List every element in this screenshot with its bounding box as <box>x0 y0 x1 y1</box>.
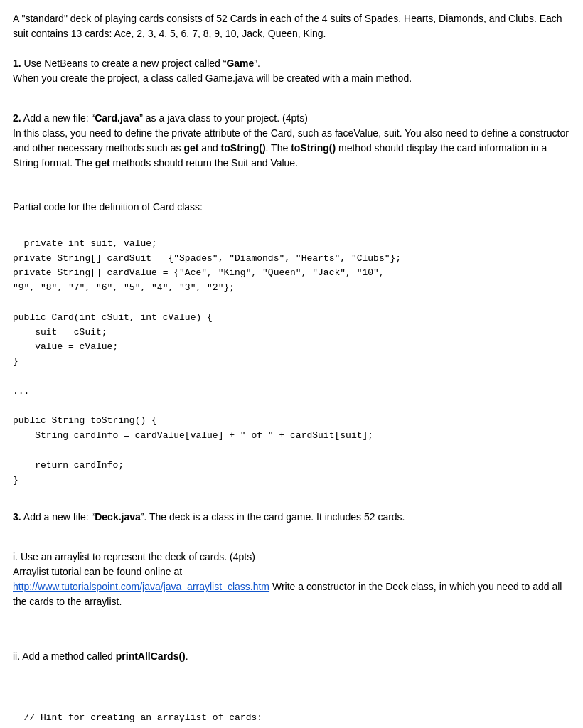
section-1-line1: Use NetBeans to create a new project cal… <box>21 58 227 69</box>
subsection-ii-label: ii. Add a method called printAllCards(). <box>13 649 570 664</box>
code-block-2: // Hint for creating an arraylist of car… <box>13 696 570 726</box>
subsection-i-label: i. Use an arraylist to represent the dec… <box>13 550 570 564</box>
section-1: 1. Use NetBeans to create a new project … <box>13 56 570 86</box>
section-3-bold: Deck.java <box>95 511 141 523</box>
section-2-bold2: get <box>183 142 198 154</box>
subsection-i-link-line: http://www.tutorialspoint.com/java/java_… <box>13 579 570 609</box>
section-3: 3. Add a new file: “Deck.java”. The deck… <box>13 510 570 525</box>
intro-text: A "standard" deck of playing cards consi… <box>13 11 570 41</box>
section-1-line2: When you create the project, a class cal… <box>13 71 570 86</box>
section-2-bold1: Card.java <box>95 112 139 124</box>
intro-paragraph: A "standard" deck of playing cards consi… <box>13 11 570 41</box>
subsection-ii: ii. Add a method called printAllCards(). <box>13 649 570 664</box>
section-2-bold5: get <box>95 157 110 168</box>
section-3-text: Add a new file: “ <box>21 511 95 523</box>
code-block-1: private int suit, value; private String[… <box>13 222 570 488</box>
section-1-title: 1. Use NetBeans to create a new project … <box>13 56 570 71</box>
subsection-i-line2-text: Arraylist tutorial can be found online a… <box>13 566 182 577</box>
section-2: 2. Add a new file: “Card.java” as a java… <box>13 111 570 171</box>
section-2-body: In this class, you need to define the pr… <box>13 126 570 171</box>
section-3-title: 3. Add a new file: “Deck.java”. The deck… <box>13 510 570 525</box>
section-2-bold3: toString() <box>221 142 266 154</box>
section-1-bold1: Game <box>226 58 254 69</box>
subsection-i-line2: Arraylist tutorial can be found online a… <box>13 564 570 579</box>
arraylist-link[interactable]: http://www.tutorialspoint.com/java/java_… <box>13 581 269 592</box>
subsection-ii-pre: ii. Add a method called <box>13 651 116 662</box>
section-3-text2: ”. The deck is a class in the card game.… <box>141 511 405 523</box>
code-text-2: // Hint for creating an arraylist of car… <box>24 712 262 723</box>
subsection-i: i. Use an arraylist to represent the dec… <box>13 550 570 609</box>
subsection-ii-bold: printAllCards() <box>116 651 186 662</box>
section-2-bold4: toString() <box>291 142 336 154</box>
section-3-number: 3. <box>13 511 21 523</box>
section-2-line1b: ” as a java class to your project. (4pts… <box>139 112 308 124</box>
section-2-line2b: and <box>198 142 220 154</box>
section-2-title: 2. Add a new file: “Card.java” as a java… <box>13 111 570 126</box>
section-1-number: 1. <box>13 58 21 69</box>
section-2-line2c: . The <box>266 142 292 154</box>
code-text-1: private int suit, value; private String[… <box>13 238 401 486</box>
section-2-line2e: methods should return the Suit and Value… <box>110 157 298 168</box>
subsection-ii-post: . <box>186 651 188 662</box>
section-1-line1b: ”. <box>254 58 260 69</box>
section-2-number: 2. <box>13 112 21 124</box>
partial-code-label: Partial code for the definition of Card … <box>13 200 570 215</box>
section-2-line1: Add a new file: “ <box>21 112 95 124</box>
